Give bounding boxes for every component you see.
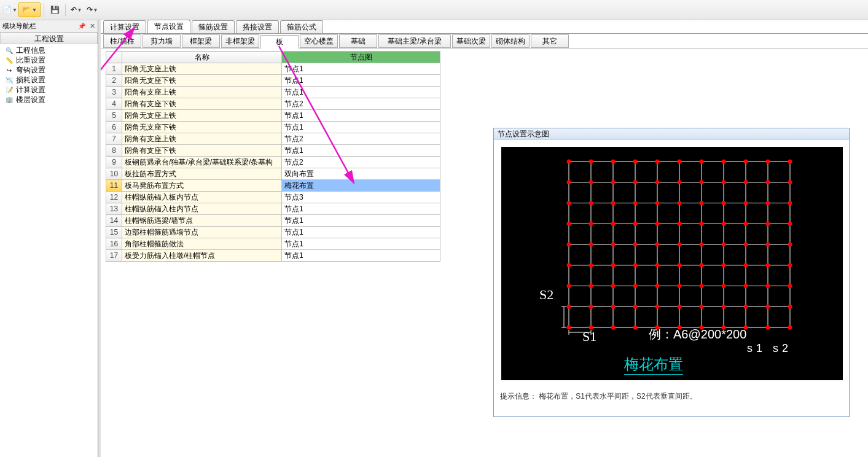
svg-point-108 <box>567 326 571 330</box>
sidebar-section-title[interactable]: 工程设置 <box>0 33 98 44</box>
row-value-cell[interactable]: 节点2 <box>282 98 440 110</box>
sub-tab[interactable]: 非框架梁 <box>221 34 259 48</box>
doc-icon: 📄 <box>2 6 12 14</box>
sub-tab[interactable]: 框架梁 <box>182 34 220 48</box>
row-name-cell[interactable]: 板马凳筋布置方式 <box>122 180 282 192</box>
row-value-cell[interactable]: 节点1 <box>282 110 440 122</box>
diagram-panel: 节点设置示意图 S2 S1 例：A6@200*200 s1 s2 梅花布置 提示… <box>493 128 850 417</box>
sub-tab[interactable]: 剪力墙 <box>143 34 181 48</box>
row-value-cell[interactable]: 节点1 <box>282 122 440 133</box>
table-row[interactable]: 14柱帽钢筋遇梁/墙节点节点1 <box>106 215 440 227</box>
close-icon[interactable]: ✕ <box>90 22 95 29</box>
table-row[interactable]: 1阳角无支座上铁节点1 <box>106 63 440 75</box>
row-name-cell[interactable]: 阳角有支座下铁 <box>122 98 282 110</box>
redo-button[interactable]: ↷▼ <box>85 2 100 17</box>
sidebar-item-loss[interactable]: 📉损耗设置 <box>0 75 98 85</box>
pin-icon[interactable]: 📌 <box>78 23 85 29</box>
table-row[interactable]: 3阳角有支座上铁节点1 <box>106 87 440 98</box>
table-row[interactable]: 6阴角无支座下铁节点1 <box>106 122 440 133</box>
row-name-cell[interactable]: 板钢筋遇承台/独基/承台梁/基础联系梁/条基构 <box>122 157 282 168</box>
svg-point-75 <box>567 263 571 267</box>
row-value-cell[interactable]: 节点1 <box>282 227 440 238</box>
main-tab[interactable]: 箍筋公式 <box>280 20 323 33</box>
main-tab[interactable]: 节点设置 <box>147 20 190 33</box>
row-name-cell[interactable]: 阳角无支座下铁 <box>122 75 282 87</box>
table-row[interactable]: 17板受力筋锚入柱墩/柱帽节点节点1 <box>106 250 440 262</box>
row-value-cell[interactable]: 节点1 <box>282 215 440 227</box>
sidebar-item-floor[interactable]: 🏢楼层设置 <box>0 95 98 104</box>
table-row[interactable]: 7阴角有支座上铁节点2 <box>106 133 440 145</box>
row-name-cell[interactable]: 边部柱帽箍筋遇墙节点 <box>122 227 282 238</box>
svg-point-65 <box>589 243 593 247</box>
scale-icon: 📏 <box>5 56 14 64</box>
svg-point-90 <box>655 284 660 288</box>
svg-point-102 <box>678 305 682 309</box>
svg-point-28 <box>744 160 748 164</box>
row-name-cell[interactable]: 柱帽钢筋遇梁/墙节点 <box>122 215 282 227</box>
table-row[interactable]: 13柱帽纵筋锚入柱内节点节点1 <box>106 203 440 215</box>
svg-point-35 <box>655 180 660 184</box>
loss-icon: 📉 <box>5 76 14 84</box>
sub-tab[interactable]: 柱/墙柱 <box>103 34 141 48</box>
sidebar-item-weight[interactable]: 📏比重设置 <box>0 55 98 65</box>
row-name-cell[interactable]: 阳角有支座上铁 <box>122 87 282 98</box>
row-value-cell[interactable]: 节点3 <box>282 192 440 203</box>
sub-tab[interactable]: 基础主梁/承台梁 <box>378 34 451 48</box>
row-name-cell[interactable]: 柱帽纵筋锚入板内节点 <box>122 192 282 203</box>
row-name-cell[interactable]: 阴角无支座下铁 <box>122 122 282 133</box>
row-value-cell[interactable]: 节点1 <box>282 63 440 75</box>
row-name-cell[interactable]: 角部柱帽箍筋做法 <box>122 238 282 250</box>
row-name-cell[interactable]: 柱帽纵筋锚入柱内节点 <box>122 203 282 215</box>
sidebar-item-calc[interactable]: 📝计算设置 <box>0 85 98 95</box>
row-value-cell[interactable]: 节点1 <box>282 145 440 157</box>
table-row[interactable]: 10板拉筋布置方式双向布置 <box>106 168 440 180</box>
svg-point-82 <box>722 263 726 267</box>
table-row[interactable]: 15边部柱帽箍筋遇墙节点节点1 <box>106 227 440 238</box>
diagram-hint: 提示信息： 梅花布置，S1代表水平间距，S2代表垂直间距。 <box>494 388 849 416</box>
new-button[interactable]: 📄▼ <box>2 2 17 17</box>
row-name-cell[interactable]: 阴角有支座上铁 <box>122 133 282 145</box>
row-name-cell[interactable]: 阴角无支座上铁 <box>122 110 282 122</box>
main-tab[interactable]: 箍筋设置 <box>192 20 235 33</box>
main-tab[interactable]: 计算设置 <box>103 20 146 33</box>
row-value-cell[interactable]: 节点1 <box>282 238 440 250</box>
table-row[interactable]: 11板马凳筋布置方式梅花布置 <box>106 180 440 192</box>
row-value-cell[interactable]: 双向布置 <box>282 168 440 180</box>
table-header-node[interactable]: 节点图 <box>282 52 440 63</box>
row-value-cell[interactable]: 节点1 <box>282 203 440 215</box>
table-header-name[interactable]: 名称 <box>122 52 282 63</box>
row-name-cell[interactable]: 阳角无支座上铁 <box>122 63 282 75</box>
svg-point-66 <box>611 243 616 247</box>
row-value-cell[interactable]: 节点1 <box>282 87 440 98</box>
table-row[interactable]: 5阴角无支座上铁节点1 <box>106 110 440 122</box>
row-value-cell[interactable]: 节点2 <box>282 157 440 168</box>
sidebar-item-label: 弯钩设置 <box>16 65 45 76</box>
row-value-cell[interactable]: 梅花布置 <box>282 180 440 192</box>
row-value-cell[interactable]: 节点1 <box>282 75 440 87</box>
table-row[interactable]: 12柱帽纵筋锚入板内节点节点3 <box>106 192 440 203</box>
sub-tab[interactable]: 基础次梁 <box>452 34 490 48</box>
row-value-cell[interactable]: 节点2 <box>282 133 440 145</box>
sub-tab[interactable]: 砌体结构 <box>491 34 530 48</box>
sidebar-item-project-info[interactable]: 🔍工程信息 <box>0 45 98 55</box>
main-tab-row: 计算设置节点设置箍筋设置搭接设置箍筋公式 <box>101 20 868 34</box>
row-name-cell[interactable]: 板受力筋锚入柱墩/柱帽节点 <box>122 250 282 262</box>
sub-tab[interactable]: 其它 <box>531 34 569 48</box>
row-name-cell[interactable]: 板拉筋布置方式 <box>122 168 282 180</box>
sub-tab[interactable]: 空心楼盖 <box>300 34 338 48</box>
undo-button[interactable]: ↶▼ <box>69 2 84 17</box>
table-row[interactable]: 9板钢筋遇承台/独基/承台梁/基础联系梁/条基构节点2 <box>106 157 440 168</box>
save-button[interactable]: 💾 <box>47 2 62 17</box>
table-row[interactable]: 8阴角有支座下铁节点1 <box>106 145 440 157</box>
sub-tab[interactable]: 板 <box>260 35 299 49</box>
row-value-cell[interactable]: 节点1 <box>282 250 440 262</box>
sidebar-item-hook[interactable]: ↪弯钩设置 <box>0 65 98 75</box>
table-row[interactable]: 2阳角无支座下铁节点1 <box>106 75 440 87</box>
table-row[interactable]: 4阳角有支座下铁节点2 <box>106 98 440 110</box>
sub-tab[interactable]: 基础 <box>339 34 377 48</box>
table-row[interactable]: 16角部柱帽箍筋做法节点1 <box>106 238 440 250</box>
row-name-cell[interactable]: 阴角有支座下铁 <box>122 145 282 157</box>
main-tab[interactable]: 搭接设置 <box>236 20 279 33</box>
svg-point-61 <box>744 222 748 226</box>
open-button[interactable]: 📂▼ <box>18 2 41 17</box>
